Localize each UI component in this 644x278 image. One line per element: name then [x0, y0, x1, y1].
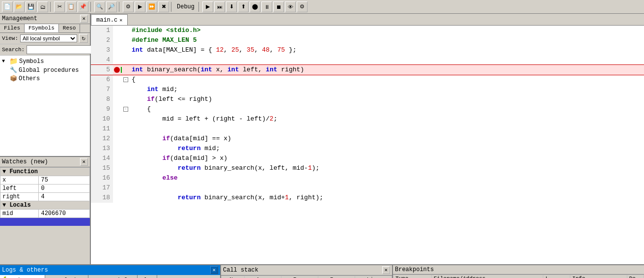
log-tab-clos[interactable]: Clos: [138, 275, 157, 278]
breakpoints-panel: Breakpoints Type Filename/Address L... I…: [393, 265, 644, 278]
log-tab-fortran[interactable]: Fortran info ✕: [88, 275, 138, 278]
step-button[interactable]: ⏩: [146, 1, 157, 12]
search-input[interactable]: [27, 45, 95, 54]
stop-build-button[interactable]: ✖: [158, 1, 169, 12]
code-18: return binary_search(x, mid+1, right);: [130, 193, 644, 203]
symbol-tree: ▼ 📁 Symbols 🔧 Global procedures 📦 Others: [0, 56, 90, 156]
step-in-button[interactable]: ⬇: [226, 1, 237, 12]
logs-header: Logs & others ✕: [0, 265, 220, 275]
callstack-header: Call stack ✕: [221, 265, 392, 276]
tree-item-others[interactable]: 📦 Others: [1, 74, 89, 83]
linenum-4: 4: [91, 55, 113, 65]
settings-button[interactable]: ⚙: [297, 1, 308, 12]
code-10: mid = left + (right - left)/2;: [130, 114, 644, 124]
tab-reso[interactable]: Reso: [59, 24, 80, 32]
build-button[interactable]: ⚙: [123, 1, 134, 12]
close-tab-icon[interactable]: ✕: [119, 17, 122, 23]
copy-button[interactable]: 📋: [66, 1, 77, 12]
bp-col-info: Info: [570, 275, 627, 278]
linenum-15: 15: [91, 163, 113, 173]
watches-footer: [0, 218, 90, 226]
save-button[interactable]: 💾: [26, 1, 36, 12]
function-group-label: Function: [9, 168, 38, 175]
watch-button[interactable]: 👁: [285, 1, 296, 12]
line-14: 14 if(data[mid] > x): [91, 154, 644, 163]
expand-symbols-icon: ▼: [2, 59, 8, 64]
code-7: int mid;: [130, 85, 644, 94]
callstack-col-f2: F...: [318, 276, 355, 278]
code-8: if(left <= right): [130, 94, 644, 104]
refresh-view-button[interactable]: ↻: [79, 34, 88, 43]
bp-col-filename: Filename/Address: [431, 275, 543, 278]
logs-tabs: 🐛 Debugger ✕ DoxyBlocks ✕ Fortran info ✕…: [0, 275, 220, 278]
tree-item-symbols[interactable]: ▼ 📁 Symbols: [1, 57, 89, 66]
symbols-folder-icon: 📁: [9, 57, 18, 65]
linenum-1: 1: [91, 26, 113, 35]
linenum-18: 18: [91, 193, 113, 203]
left-panel-header: Management ✕: [0, 14, 90, 24]
line-13: 13 return mid;: [91, 144, 644, 154]
next-button[interactable]: ⏭: [214, 1, 225, 12]
expand-function-icon: ▼: [2, 168, 9, 175]
tree-item-global-procedures[interactable]: 🔧 Global procedures: [1, 66, 89, 74]
code-1: #include <stdio.h>: [130, 26, 644, 35]
linenum-2: 2: [91, 35, 113, 45]
bottom-area: Logs & others ✕ 🐛 Debugger ✕ DoxyBlocks …: [0, 264, 644, 278]
function-group-row: ▼ Function: [0, 168, 90, 176]
tab-files[interactable]: Files: [0, 24, 25, 32]
paste-button[interactable]: 📌: [78, 1, 88, 12]
line-5: 5 int binary_search(int x, int left, int…: [91, 65, 644, 75]
code-container: 1 #include <stdio.h> 2 #define MAX_LEN 5: [91, 26, 644, 264]
sep3: [119, 2, 121, 12]
fold-9-icon[interactable]: -: [123, 107, 128, 112]
code-lines: 1 #include <stdio.h> 2 #define MAX_LEN 5: [91, 26, 644, 264]
callstack-header-row: Nr A... F... F... Line: [222, 276, 392, 278]
watch-row-x: x 75: [0, 176, 90, 185]
linenum-12: 12: [91, 134, 113, 144]
run-button[interactable]: ▶: [135, 1, 145, 12]
line-10: 10 mid = left + (right - left)/2;: [91, 114, 644, 124]
debugger-tab-icon: 🐛: [3, 276, 10, 278]
global-proc-icon: 🔧: [10, 66, 17, 74]
debug-run-button[interactable]: ▶: [202, 1, 213, 12]
log-tab-doxyblocks[interactable]: DoxyBlocks ✕: [45, 275, 88, 278]
expand-locals-icon: ▼: [2, 202, 9, 209]
find-button[interactable]: 🔍: [94, 1, 105, 12]
symbols-label: Symbols: [19, 58, 44, 65]
breakpoints-table: Type Filename/Address L... Info De ● Cod…: [393, 275, 644, 278]
watch-row-mid: mid 4206670: [0, 210, 90, 218]
code-13: return mid;: [130, 144, 644, 154]
editor-tab-main[interactable]: main.c ✕: [91, 14, 128, 25]
callstack-col-f1: F...: [281, 276, 318, 278]
linenum-3: 3: [91, 45, 113, 55]
others-icon: 📦: [10, 75, 17, 82]
log-tab-debugger[interactable]: 🐛 Debugger ✕: [0, 275, 45, 278]
code-area[interactable]: 1 #include <stdio.h> 2 #define MAX_LEN 5: [91, 26, 644, 264]
tab-fsymbols[interactable]: FSymbols: [25, 24, 59, 32]
open-button[interactable]: 📂: [14, 1, 25, 12]
view-row: View: All local symbol ↻: [0, 33, 90, 44]
close-watches-button[interactable]: ✕: [80, 158, 88, 166]
logs-tabs-scroll-right[interactable]: ▶: [157, 275, 163, 278]
line-18: 18 return binary_search(x, mid+1, right)…: [91, 193, 644, 203]
breakpoint-button[interactable]: ⬤: [250, 1, 260, 12]
save-all-button[interactable]: 🗂: [37, 1, 48, 12]
close-logs-button[interactable]: ✕: [210, 266, 218, 274]
line-3: 3 int data[MAX_LEN] = { 12, 25, 35, 48, …: [91, 45, 644, 55]
view-select[interactable]: All local symbol: [20, 34, 77, 42]
close-left-panel-button[interactable]: ✕: [80, 15, 88, 23]
find-prev-button[interactable]: 🔎: [106, 1, 117, 12]
step-out-button[interactable]: ⬆: [238, 1, 249, 12]
bp-col-line: L...: [543, 275, 570, 278]
breakpoint-dot-5: [114, 67, 120, 73]
callstack-col-line: Line: [355, 276, 392, 278]
pause-button[interactable]: ⏸: [261, 1, 272, 12]
fold-6-icon[interactable]: -: [123, 77, 128, 82]
new-button[interactable]: 📄: [2, 1, 13, 12]
management-title: Management: [2, 15, 37, 22]
code-9: {: [130, 104, 644, 114]
close-callstack-button[interactable]: ✕: [382, 266, 390, 274]
cut-button[interactable]: ✂: [54, 1, 65, 12]
breakpoints-header-row: Type Filename/Address L... Info De: [393, 275, 644, 278]
stop-debug-button[interactable]: ⏹: [273, 1, 284, 12]
